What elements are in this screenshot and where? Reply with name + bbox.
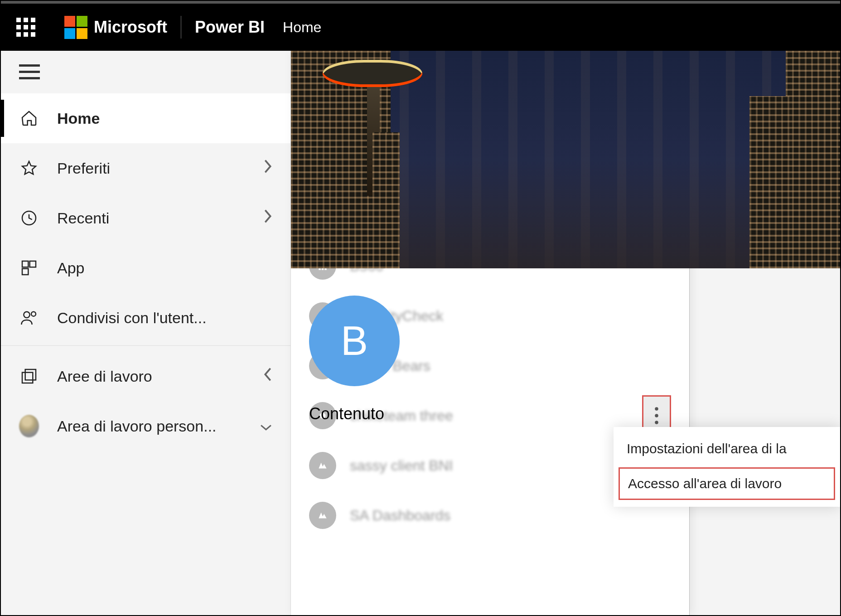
microsoft-logo: Microsoft	[64, 16, 167, 39]
people-icon	[19, 309, 39, 327]
nav-label: Preferiti	[57, 160, 110, 177]
waffle-icon	[16, 18, 35, 37]
main-area: Home Preferiti	[1, 51, 840, 615]
divider	[181, 16, 181, 39]
svg-rect-4	[22, 261, 28, 267]
nav-lower: Aree di lavoro Area di lavoro person...	[1, 351, 290, 451]
svg-rect-6	[22, 269, 28, 275]
nav-my-workspace[interactable]: Area di lavoro person...	[1, 401, 290, 451]
workspace-context-menu: Impostazioni dell'area di la Accesso all…	[614, 427, 840, 507]
microsoft-tiles-icon	[64, 16, 87, 39]
nav-label: Home	[57, 110, 100, 127]
clock-icon	[19, 209, 39, 227]
nav-workspaces[interactable]: Aree di lavoro	[1, 351, 290, 401]
chevron-right-icon	[263, 159, 272, 178]
apps-icon	[19, 259, 39, 277]
card-area: B Contenuto	[291, 296, 840, 423]
chevron-right-icon	[263, 209, 272, 228]
avatar-icon	[19, 415, 39, 437]
nav-divider	[1, 345, 290, 346]
nav-shared[interactable]: Condivisi con l'utent...	[1, 293, 290, 343]
circle-letter: B	[341, 318, 368, 364]
nav-label: Condivisi con l'utent...	[57, 309, 207, 327]
svg-rect-9	[25, 369, 36, 380]
svg-point-7	[24, 312, 29, 318]
chevron-down-icon	[260, 417, 272, 435]
hero-image	[291, 51, 840, 268]
stack-icon	[19, 367, 39, 385]
app-launcher-button[interactable]	[5, 7, 46, 48]
nav-label: Area di lavoro person...	[57, 417, 217, 435]
nav-label: Recenti	[57, 209, 109, 227]
nav-label: Aree di lavoro	[57, 368, 152, 385]
chevron-left-icon	[263, 367, 272, 386]
svg-rect-10	[22, 373, 33, 383]
svg-rect-1	[19, 71, 40, 73]
product-name[interactable]: Power BI	[195, 18, 265, 37]
svg-point-8	[31, 312, 36, 316]
nav-apps[interactable]: App	[1, 243, 290, 293]
svg-rect-5	[30, 261, 36, 267]
menu-workspace-access[interactable]: Accesso all'area di lavoro	[619, 467, 835, 500]
nav-label: App	[57, 259, 85, 277]
right-pane: B Contenuto Impostazioni dell'area di la…	[291, 51, 840, 615]
svg-rect-2	[19, 77, 40, 79]
hamburger-icon	[19, 64, 40, 80]
home-icon	[19, 109, 39, 127]
workspace-circle-icon: B	[309, 296, 400, 386]
menu-workspace-settings[interactable]: Impostazioni dell'area di la	[614, 432, 840, 466]
hamburger-button[interactable]	[1, 51, 290, 93]
nav-recent[interactable]: Recenti	[1, 193, 290, 243]
brand-text: Microsoft	[94, 18, 167, 37]
topbar: Microsoft Power BI Home	[1, 1, 840, 51]
nav-favorites[interactable]: Preferiti	[1, 143, 290, 193]
svg-rect-0	[19, 64, 40, 67]
nav-home[interactable]: Home	[1, 93, 290, 143]
star-icon	[19, 159, 39, 177]
sidebar: Home Preferiti	[1, 51, 291, 615]
content-heading: Contenuto	[309, 404, 831, 423]
breadcrumb: Home	[283, 19, 321, 36]
nav-list: Home Preferiti	[1, 93, 290, 343]
